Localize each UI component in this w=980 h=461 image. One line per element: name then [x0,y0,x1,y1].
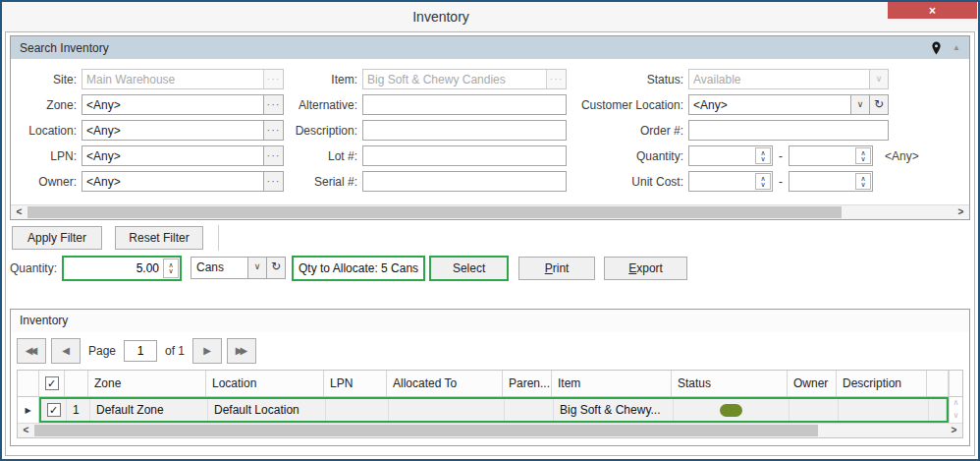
previous-page-button[interactable]: ◀ [51,338,81,364]
select-button[interactable]: Select [429,256,509,281]
qty-to-allocate-badge: Qty to Allocate: 5 Cans [292,256,425,281]
print-button[interactable]: Print [518,257,595,280]
lpn-field: LPN: ··· [17,145,284,166]
lpn-browse-icon[interactable]: ··· [263,146,283,165]
site-browse-icon[interactable]: ··· [263,70,283,88]
lpn-label: LPN: [17,149,82,163]
collapse-panel-icon[interactable]: ▲ [953,43,960,52]
inventory-grid: ▶ ✓ Zone Location LPN Allocated To Paren… [17,370,963,438]
quantity-to-spinner[interactable]: ∧∨ [855,147,871,164]
owner-input[interactable] [82,172,263,191]
quantity-range-label: Quantity: [572,149,688,163]
grid-vertical-scrollbar[interactable]: ∧ ∨ [949,371,962,423]
scroll-up-icon[interactable]: ∧ [950,397,962,410]
item-label: Item: [290,73,362,86]
inventory-panel-title: Inventory [11,310,969,332]
uom-value[interactable]: Cans [191,258,247,278]
last-page-button[interactable]: ▶▶ [227,338,256,364]
apply-filter-button[interactable]: Apply Filter [12,226,102,250]
unit-cost-to-input[interactable] [789,172,854,191]
unit-cost-from-spinner[interactable]: ∧∨ [755,173,771,190]
customer-location-label: Customer Location: [572,98,688,112]
zone-input[interactable] [82,95,263,114]
close-button[interactable]: × [888,2,977,19]
inventory-panel: Inventory ◀◀ ◀ Page of 1 ▶ ▶▶ ▶ [10,309,970,446]
uom-dropdown-icon[interactable]: ∨ [247,258,266,278]
grid-corner-cell [18,371,38,397]
export-button[interactable]: Export [604,257,687,280]
row-indicator-column: ▶ [18,371,39,423]
unit-cost-to-spinner[interactable]: ∧∨ [855,173,871,190]
order-field: Order #: [572,120,919,141]
quantity-spinner[interactable]: ∧∨ [163,259,179,278]
grid-horizontal-scrollbar[interactable]: < > [18,423,962,437]
page-number-input[interactable] [124,340,157,362]
select-all-checkbox[interactable]: ✓ [39,371,65,396]
site-input[interactable] [82,70,263,88]
uom-refresh-icon[interactable]: ↻ [266,258,285,278]
cell-description [839,399,929,421]
scrollbar-thumb[interactable] [34,425,818,436]
zone-browse-icon[interactable]: ··· [263,95,283,114]
lot-input[interactable] [363,146,566,165]
status-combobox[interactable] [689,70,869,88]
customer-location-dropdown-icon[interactable]: ∨ [850,95,869,114]
location-label: Location: [17,124,82,138]
search-horizontal-scrollbar[interactable]: < > [11,204,969,219]
col-header-owner[interactable]: Owner [788,371,837,396]
scroll-down-icon[interactable]: ∨ [950,410,962,423]
lot-field: Lot #: [290,145,567,166]
unit-cost-from-input[interactable] [689,172,754,191]
scroll-left-icon[interactable]: < [11,205,27,219]
col-header-location[interactable]: Location [206,371,324,396]
unit-cost-label: Unit Cost: [572,175,688,189]
location-input[interactable] [82,121,263,140]
col-header-parent[interactable]: Paren... [503,371,552,396]
scroll-right-icon[interactable]: > [953,205,969,219]
cell-zone: Default Zone [90,399,208,421]
grid-row-selected[interactable]: ✓ 1 Default Zone Default Location Big So… [39,397,949,423]
col-header-allocated-to[interactable]: Allocated To [387,371,503,396]
col-header-rownum[interactable] [65,371,88,396]
next-page-button[interactable]: ▶ [192,338,222,364]
scroll-left-icon[interactable]: < [18,424,34,437]
quantity-from-input[interactable] [689,146,754,165]
customer-location-field: Customer Location: ∨↻ [572,94,919,115]
search-panel-header: Search Inventory ▲ [11,36,969,59]
quantity-range-separator: - [773,149,789,163]
col-header-zone[interactable]: Zone [88,371,206,396]
col-header-status[interactable]: Status [672,371,788,396]
item-browse-icon[interactable]: ··· [546,70,566,88]
quantity-from-spinner[interactable]: ∧∨ [755,147,771,164]
description-input[interactable] [363,121,566,140]
location-browse-icon[interactable]: ··· [263,121,283,140]
order-input[interactable] [689,121,888,140]
item-input[interactable] [363,70,546,88]
first-page-button[interactable]: ◀◀ [17,338,46,364]
owner-browse-icon[interactable]: ··· [263,172,283,191]
col-header-item[interactable]: Item [552,371,672,396]
serial-input[interactable] [363,172,566,191]
lot-label: Lot #: [290,149,362,163]
customer-location-refresh-icon[interactable]: ↻ [869,95,888,114]
row-checkbox[interactable]: ✓ [47,403,61,417]
location-field: Location: ··· [17,120,284,141]
col-header-description[interactable]: Description [837,371,927,396]
quantity-value-input[interactable] [64,258,162,279]
col-header-lpn[interactable]: LPN [324,371,387,396]
alternative-label: Alternative: [290,98,362,112]
search-fields: Site: ··· Zone: ··· Location: ··· LPN: ·… [11,60,969,204]
lpn-input[interactable] [82,146,263,165]
scroll-right-icon[interactable]: > [946,424,962,437]
quantity-mode-dropdown[interactable]: <Any> [885,149,919,163]
reset-filter-button[interactable]: Reset Filter [115,226,203,250]
search-inventory-panel: Search Inventory ▲ Site: ··· Zone: ··· [10,35,970,220]
location-pin-icon[interactable] [931,41,942,55]
scrollbar-thumb[interactable] [27,206,842,218]
titlebar: Inventory × [2,2,978,31]
alternative-input[interactable] [363,95,566,114]
quantity-to-input[interactable] [789,146,854,165]
cell-rownum: 1 [67,399,90,421]
close-icon: × [929,4,936,18]
customer-location-combobox[interactable] [689,95,850,114]
